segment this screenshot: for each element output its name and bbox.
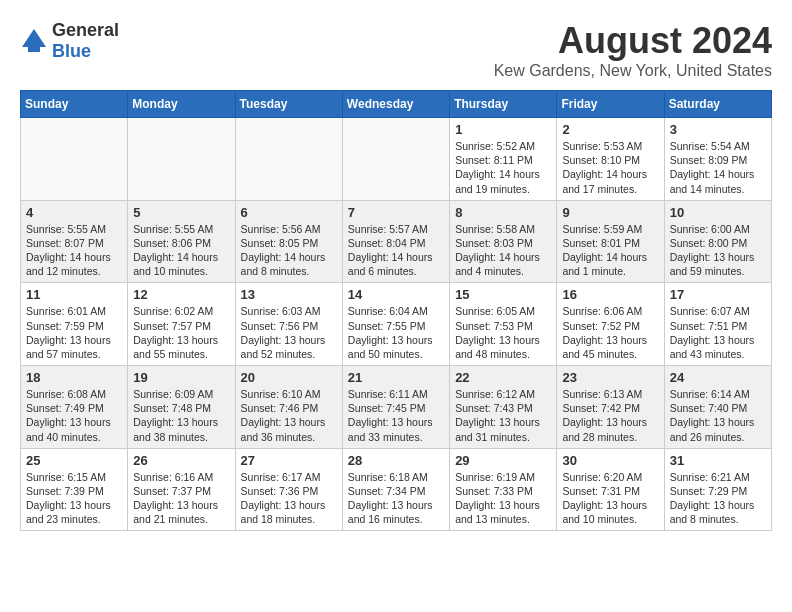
date-number: 10	[670, 205, 766, 220]
cell-content: Sunrise: 6:03 AM Sunset: 7:56 PM Dayligh…	[241, 304, 337, 361]
date-number: 11	[26, 287, 122, 302]
location-title: Kew Gardens, New York, United States	[494, 62, 772, 80]
title-section: August 2024 Kew Gardens, New York, Unite…	[494, 20, 772, 80]
date-number: 22	[455, 370, 551, 385]
date-number: 26	[133, 453, 229, 468]
date-number: 5	[133, 205, 229, 220]
date-number: 28	[348, 453, 444, 468]
calendar-cell: 25Sunrise: 6:15 AM Sunset: 7:39 PM Dayli…	[21, 448, 128, 531]
calendar-cell: 27Sunrise: 6:17 AM Sunset: 7:36 PM Dayli…	[235, 448, 342, 531]
week-row-4: 18Sunrise: 6:08 AM Sunset: 7:49 PM Dayli…	[21, 366, 772, 449]
cell-content: Sunrise: 6:08 AM Sunset: 7:49 PM Dayligh…	[26, 387, 122, 444]
calendar-cell: 3Sunrise: 5:54 AM Sunset: 8:09 PM Daylig…	[664, 118, 771, 201]
date-number: 17	[670, 287, 766, 302]
cell-content: Sunrise: 6:04 AM Sunset: 7:55 PM Dayligh…	[348, 304, 444, 361]
date-number: 23	[562, 370, 658, 385]
date-number: 14	[348, 287, 444, 302]
date-number: 3	[670, 122, 766, 137]
day-header-wednesday: Wednesday	[342, 91, 449, 118]
calendar-cell: 8Sunrise: 5:58 AM Sunset: 8:03 PM Daylig…	[450, 200, 557, 283]
calendar-cell: 22Sunrise: 6:12 AM Sunset: 7:43 PM Dayli…	[450, 366, 557, 449]
week-row-3: 11Sunrise: 6:01 AM Sunset: 7:59 PM Dayli…	[21, 283, 772, 366]
calendar-cell: 24Sunrise: 6:14 AM Sunset: 7:40 PM Dayli…	[664, 366, 771, 449]
date-number: 15	[455, 287, 551, 302]
calendar-cell: 14Sunrise: 6:04 AM Sunset: 7:55 PM Dayli…	[342, 283, 449, 366]
date-number: 20	[241, 370, 337, 385]
calendar-cell: 30Sunrise: 6:20 AM Sunset: 7:31 PM Dayli…	[557, 448, 664, 531]
calendar-cell: 13Sunrise: 6:03 AM Sunset: 7:56 PM Dayli…	[235, 283, 342, 366]
cell-content: Sunrise: 6:02 AM Sunset: 7:57 PM Dayligh…	[133, 304, 229, 361]
day-header-saturday: Saturday	[664, 91, 771, 118]
cell-content: Sunrise: 6:09 AM Sunset: 7:48 PM Dayligh…	[133, 387, 229, 444]
date-number: 9	[562, 205, 658, 220]
calendar-cell: 31Sunrise: 6:21 AM Sunset: 7:29 PM Dayli…	[664, 448, 771, 531]
cell-content: Sunrise: 6:16 AM Sunset: 7:37 PM Dayligh…	[133, 470, 229, 527]
calendar-cell: 12Sunrise: 6:02 AM Sunset: 7:57 PM Dayli…	[128, 283, 235, 366]
calendar-cell: 29Sunrise: 6:19 AM Sunset: 7:33 PM Dayli…	[450, 448, 557, 531]
cell-content: Sunrise: 5:55 AM Sunset: 8:06 PM Dayligh…	[133, 222, 229, 279]
cell-content: Sunrise: 5:57 AM Sunset: 8:04 PM Dayligh…	[348, 222, 444, 279]
calendar-cell	[21, 118, 128, 201]
date-number: 1	[455, 122, 551, 137]
calendar-cell: 20Sunrise: 6:10 AM Sunset: 7:46 PM Dayli…	[235, 366, 342, 449]
calendar-cell: 23Sunrise: 6:13 AM Sunset: 7:42 PM Dayli…	[557, 366, 664, 449]
cell-content: Sunrise: 5:54 AM Sunset: 8:09 PM Dayligh…	[670, 139, 766, 196]
calendar-cell	[235, 118, 342, 201]
svg-rect-1	[28, 47, 40, 52]
cell-content: Sunrise: 6:07 AM Sunset: 7:51 PM Dayligh…	[670, 304, 766, 361]
cell-content: Sunrise: 6:21 AM Sunset: 7:29 PM Dayligh…	[670, 470, 766, 527]
date-number: 6	[241, 205, 337, 220]
calendar-cell: 19Sunrise: 6:09 AM Sunset: 7:48 PM Dayli…	[128, 366, 235, 449]
date-number: 18	[26, 370, 122, 385]
cell-content: Sunrise: 6:06 AM Sunset: 7:52 PM Dayligh…	[562, 304, 658, 361]
day-header-friday: Friday	[557, 91, 664, 118]
cell-content: Sunrise: 6:10 AM Sunset: 7:46 PM Dayligh…	[241, 387, 337, 444]
calendar-cell: 28Sunrise: 6:18 AM Sunset: 7:34 PM Dayli…	[342, 448, 449, 531]
logo: General Blue	[20, 20, 119, 62]
cell-content: Sunrise: 6:19 AM Sunset: 7:33 PM Dayligh…	[455, 470, 551, 527]
calendar-cell: 5Sunrise: 5:55 AM Sunset: 8:06 PM Daylig…	[128, 200, 235, 283]
date-number: 16	[562, 287, 658, 302]
date-number: 21	[348, 370, 444, 385]
cell-content: Sunrise: 6:01 AM Sunset: 7:59 PM Dayligh…	[26, 304, 122, 361]
calendar-table: SundayMondayTuesdayWednesdayThursdayFrid…	[20, 90, 772, 531]
cell-content: Sunrise: 6:11 AM Sunset: 7:45 PM Dayligh…	[348, 387, 444, 444]
calendar-cell: 18Sunrise: 6:08 AM Sunset: 7:49 PM Dayli…	[21, 366, 128, 449]
date-number: 8	[455, 205, 551, 220]
calendar-cell: 2Sunrise: 5:53 AM Sunset: 8:10 PM Daylig…	[557, 118, 664, 201]
logo-blue: Blue	[52, 41, 91, 61]
cell-content: Sunrise: 6:17 AM Sunset: 7:36 PM Dayligh…	[241, 470, 337, 527]
date-number: 24	[670, 370, 766, 385]
cell-content: Sunrise: 6:12 AM Sunset: 7:43 PM Dayligh…	[455, 387, 551, 444]
cell-content: Sunrise: 6:18 AM Sunset: 7:34 PM Dayligh…	[348, 470, 444, 527]
cell-content: Sunrise: 6:13 AM Sunset: 7:42 PM Dayligh…	[562, 387, 658, 444]
logo-icon	[20, 27, 48, 55]
cell-content: Sunrise: 5:58 AM Sunset: 8:03 PM Dayligh…	[455, 222, 551, 279]
cell-content: Sunrise: 6:14 AM Sunset: 7:40 PM Dayligh…	[670, 387, 766, 444]
calendar-cell: 6Sunrise: 5:56 AM Sunset: 8:05 PM Daylig…	[235, 200, 342, 283]
calendar-cell: 7Sunrise: 5:57 AM Sunset: 8:04 PM Daylig…	[342, 200, 449, 283]
logo-general: General	[52, 20, 119, 40]
month-title: August 2024	[494, 20, 772, 62]
cell-content: Sunrise: 5:53 AM Sunset: 8:10 PM Dayligh…	[562, 139, 658, 196]
date-number: 7	[348, 205, 444, 220]
day-header-tuesday: Tuesday	[235, 91, 342, 118]
calendar-cell: 16Sunrise: 6:06 AM Sunset: 7:52 PM Dayli…	[557, 283, 664, 366]
calendar-cell	[128, 118, 235, 201]
week-row-1: 1Sunrise: 5:52 AM Sunset: 8:11 PM Daylig…	[21, 118, 772, 201]
svg-marker-0	[22, 29, 46, 47]
week-row-5: 25Sunrise: 6:15 AM Sunset: 7:39 PM Dayli…	[21, 448, 772, 531]
cell-content: Sunrise: 5:52 AM Sunset: 8:11 PM Dayligh…	[455, 139, 551, 196]
cell-content: Sunrise: 6:20 AM Sunset: 7:31 PM Dayligh…	[562, 470, 658, 527]
day-header-thursday: Thursday	[450, 91, 557, 118]
date-number: 4	[26, 205, 122, 220]
cell-content: Sunrise: 6:15 AM Sunset: 7:39 PM Dayligh…	[26, 470, 122, 527]
cell-content: Sunrise: 5:59 AM Sunset: 8:01 PM Dayligh…	[562, 222, 658, 279]
week-row-2: 4Sunrise: 5:55 AM Sunset: 8:07 PM Daylig…	[21, 200, 772, 283]
date-number: 29	[455, 453, 551, 468]
calendar-cell	[342, 118, 449, 201]
date-number: 25	[26, 453, 122, 468]
calendar-cell: 21Sunrise: 6:11 AM Sunset: 7:45 PM Dayli…	[342, 366, 449, 449]
calendar-cell: 17Sunrise: 6:07 AM Sunset: 7:51 PM Dayli…	[664, 283, 771, 366]
calendar-cell: 9Sunrise: 5:59 AM Sunset: 8:01 PM Daylig…	[557, 200, 664, 283]
